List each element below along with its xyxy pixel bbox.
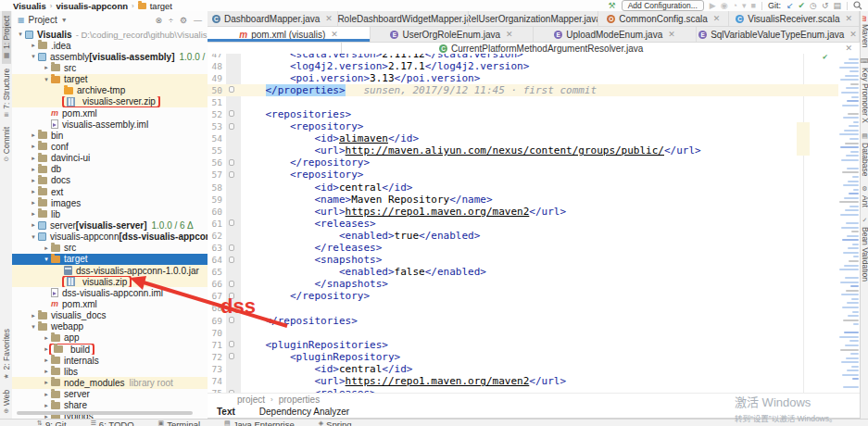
expand-closed-icon[interactable]: ▸ [42,334,51,342]
code-editor[interactable]: ✔ 47 <scala.version>2.11.12</scala.versi… [208,54,838,393]
editor-tab[interactable]: EUploadModeEnum.java✕ [534,27,697,42]
fold-marker-icon[interactable] [229,123,234,130]
tree-row[interactable]: ▸app [12,332,208,344]
expand-closed-icon[interactable]: ▸ [29,221,38,229]
editor-tab[interactable]: OCommonConfig.scala✕ [598,11,729,26]
shelf-icon[interactable]: ▤ [833,1,841,10]
sidebar-item-ant[interactable]: ⚙Ant [861,181,868,212]
close-icon[interactable]: ✕ [506,30,513,39]
sidebar-item-commit[interactable]: ⊙Commit [2,122,11,167]
breadcrumb-item[interactable]: visualis-appconn [56,1,128,11]
fold-marker-icon[interactable] [229,281,234,287]
tree-row[interactable]: visualis-server.zip [12,96,208,107]
expand-closed-icon[interactable]: ▸ [29,166,38,173]
editor-tab[interactable]: mpom.xml (visualis)✕ [208,27,371,42]
tree-row[interactable]: ▸db [12,164,208,175]
fold-marker-icon[interactable] [229,171,234,178]
tree-row[interactable]: ▾visualis-appconn [dss-visualis-appconn]… [12,232,208,243]
close-icon[interactable]: ✕ [325,14,333,23]
editor-breadcrumb-item[interactable]: properties [279,395,320,405]
tree-row[interactable]: mpom.xml [12,298,208,309]
tree-row[interactable]: ▸node_moduleslibrary root [12,377,208,388]
tree-row[interactable]: ▸share [12,400,208,411]
tree-horizontal-scrollbar[interactable] [17,411,193,415]
editor-tab[interactable]: ESqlVariableValueTypeEnum.java✕ [697,27,860,42]
tree-row[interactable]: ▸ext [12,186,208,197]
tree-row[interactable]: ▸.idea [12,40,208,51]
sidebar-item-structure[interactable]: ≣7: Structure [2,64,11,122]
run-icon[interactable]: ▶ [710,1,716,10]
tree-row[interactable]: ▸internals [12,355,208,366]
tree-row[interactable]: ▸build [12,344,208,355]
expand-closed-icon[interactable]: ▸ [29,177,38,184]
gear-icon[interactable]: ⚙ [180,16,187,25]
expand-closed-icon[interactable]: ▸ [29,188,38,195]
tree-row[interactable]: mpom.xml [12,107,208,119]
editor-tab[interactable]: CVisualisReceiver.scala✕ [729,11,860,26]
tree-row[interactable]: ▸conf [12,141,208,152]
project-panel-title[interactable]: Project [29,15,57,25]
close-icon[interactable]: ✕ [845,44,852,53]
tree-row[interactable]: ▾Visualis - D:\coding_record\github\Visu… [12,29,208,40]
add-configuration-button[interactable]: Add Configuration... [622,0,704,11]
breadcrumb-item[interactable]: Visualis [13,1,46,11]
tree-row[interactable]: ▸davinci-ui [12,153,208,164]
fold-marker-icon[interactable] [229,159,234,166]
fold-marker-icon[interactable] [229,257,234,263]
bottom-tab-text[interactable]: Text [217,407,235,417]
profiler-dropdown-icon[interactable]: ▾ [742,1,747,10]
tree-row[interactable]: ▸server [visualis-server]1.0.0 / 6 Δ [12,219,208,231]
expand-closed-icon[interactable]: ▸ [29,155,38,162]
fold-marker-icon[interactable] [229,244,234,251]
statusbar-item-todo[interactable]: ☰6: TODO [91,420,134,426]
sidebar-item-web[interactable]: ⊕Web [2,385,11,419]
sidebar-item-beanvalidation[interactable]: ✓Bean Validation [861,212,868,286]
fold-marker-icon[interactable] [229,341,234,347]
stop-icon[interactable]: ■ [751,1,756,10]
expand-open-icon[interactable]: ▾ [29,233,38,241]
expand-closed-icon[interactable]: ▸ [42,357,51,364]
expand-closed-icon[interactable]: ▸ [42,64,51,71]
tree-row[interactable]: ▸lib [12,208,208,219]
tree-row[interactable]: ▸libs [12,366,208,377]
expand-open-icon[interactable]: ▾ [42,256,51,263]
search-icon[interactable] [853,1,862,10]
expand-closed-icon[interactable]: ▸ [29,199,38,207]
editor-tab[interactable]: CRelUserOrganizationMapper.java✕ [469,11,599,26]
sidebar-item-database[interactable]: ▤Database [861,128,868,181]
fold-marker-icon[interactable] [229,110,234,117]
editor-tab[interactable]: EUserOrgRoleEnum.java✕ [371,27,534,42]
close-icon[interactable]: ✕ [331,30,338,39]
tree-row[interactable]: ▸visualis_docs [12,310,208,321]
statusbar-item-javaenterprise[interactable]: ▤Java Enterprise [224,420,295,426]
fold-marker-icon[interactable] [229,353,234,359]
expand-open-icon[interactable]: ▾ [16,31,25,38]
sidebar-item-maven[interactable]: mMaven [861,11,868,53]
breadcrumb-item[interactable]: target [150,1,172,11]
sidebar-item-favorites[interactable]: ★2: Favorites [2,324,11,384]
statusbar-item-terminal[interactable]: ▣Terminal [158,420,201,426]
tree-row[interactable]: dss-visualis-appconn-1.0.0.jar [12,265,208,276]
tree-row[interactable]: ▸docs [12,175,208,186]
tree-row[interactable]: ▸bin [12,130,208,141]
fold-marker-icon[interactable] [229,219,234,226]
expand-closed-icon[interactable]: ▸ [42,368,51,375]
tree-row[interactable]: ▾assembly [visualis-assembly]1.0.0 / 6 Δ [12,51,208,62]
expand-closed-icon[interactable]: ▸ [42,391,51,398]
coverage-icon[interactable]: ◔ [733,1,737,10]
tree-row[interactable]: ▸src [12,243,208,254]
tree-row[interactable]: ▾target [12,254,208,265]
commit-icon[interactable]: ✔ [799,1,806,10]
expand-closed-icon[interactable]: ▸ [29,132,38,139]
statusbar-item-git[interactable]: ⇅9: Git [37,420,67,426]
tree-row[interactable]: ▸images [12,197,208,208]
statusbar-item-spring[interactable]: ◈Spring [319,420,352,426]
close-icon[interactable]: ✕ [713,14,721,23]
tree-row[interactable]: ▾target [12,74,208,85]
expand-closed-icon[interactable]: ▸ [29,210,38,218]
close-icon[interactable]: ✕ [849,30,857,39]
sidebar-item-keypromoterx[interactable]: ⌨Key Promoter X [861,53,868,128]
chevron-down-icon[interactable]: ▼ [61,17,68,23]
collapse-all-icon[interactable]: ÷ [169,16,173,25]
tree-row[interactable]: ▸src [12,62,208,73]
